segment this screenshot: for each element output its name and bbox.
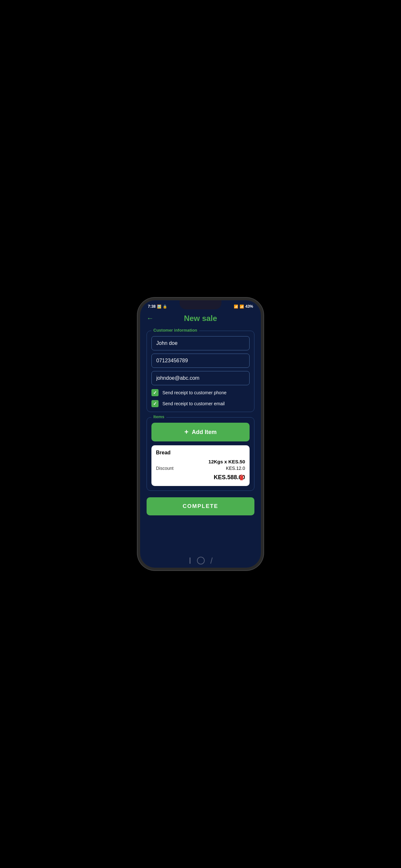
item-name: Bread	[156, 450, 245, 456]
wifi-icon: 📶	[240, 305, 244, 309]
items-section-label: Items	[151, 414, 166, 419]
camera-icon: 🖼️	[157, 305, 161, 309]
plus-icon: +	[184, 428, 189, 436]
item-qty-row: 12Kgs x KES.50	[156, 459, 245, 464]
home-circle	[197, 557, 205, 564]
svg-rect-0	[241, 475, 243, 475]
send-receipt-phone-row[interactable]: ✓ Send receipt to customer phone	[151, 389, 250, 396]
item-qty-price: 12Kgs x KES.50	[209, 459, 245, 464]
item-discount-row: Discount KES.12.0	[156, 466, 245, 471]
page-title: New sale	[184, 314, 217, 323]
send-receipt-email-checkbox[interactable]: ✓	[151, 400, 158, 407]
status-right: 📶 📶 43%	[234, 304, 253, 309]
lock-icon: 🔒	[163, 305, 167, 309]
complete-label: COMPLETE	[183, 503, 218, 509]
customer-name-input[interactable]	[151, 336, 250, 350]
send-receipt-email-row[interactable]: ✓ Send receipt to customer email	[151, 400, 250, 407]
discount-label: Discount	[156, 466, 174, 471]
delete-item-button[interactable]	[238, 474, 245, 483]
header: ← New sale	[147, 313, 254, 326]
back-arrow-icon: ←	[147, 314, 154, 322]
trash-icon	[238, 474, 245, 481]
back-button[interactable]: ←	[147, 314, 154, 322]
send-receipt-phone-label: Send receipt to customer phone	[162, 390, 226, 395]
add-item-label: Add Item	[192, 429, 217, 436]
time-display: 7:38	[148, 304, 156, 309]
customer-phone-input[interactable]	[151, 353, 250, 368]
discount-value: KES.12.0	[226, 466, 245, 471]
app-content: ← New sale Customer information ✓ Send r…	[140, 310, 261, 554]
customer-email-input[interactable]	[151, 371, 250, 385]
add-item-button[interactable]: + Add Item	[151, 423, 250, 441]
notch	[180, 300, 221, 309]
home-slash	[210, 557, 212, 564]
items-section: Items + Add Item Bread 12Kgs x KES.50 Di…	[147, 417, 254, 491]
customer-section-label: Customer information	[151, 328, 199, 333]
complete-button[interactable]: COMPLETE	[147, 497, 254, 516]
status-left: 7:38 🖼️ 🔒	[148, 304, 167, 309]
checkmark-icon: ✓	[153, 390, 157, 395]
checkmark-icon-2: ✓	[153, 401, 157, 406]
send-receipt-email-label: Send receipt to customer email	[162, 401, 225, 406]
item-card-bread: Bread 12Kgs x KES.50 Discount KES.12.0 K…	[151, 445, 250, 486]
item-total-row: KES.588.00	[156, 472, 245, 481]
home-bar-left	[189, 557, 190, 564]
signal-icon: 📶	[234, 305, 238, 309]
home-indicator	[140, 554, 261, 568]
phone-frame: 7:38 🖼️ 🔒 📶 📶 43% ← New sale Customer	[137, 298, 264, 570]
screen: 7:38 🖼️ 🔒 📶 📶 43% ← New sale Customer	[140, 300, 261, 568]
send-receipt-phone-checkbox[interactable]: ✓	[151, 389, 158, 396]
customer-info-section: Customer information ✓ Send receipt to c…	[147, 331, 254, 412]
battery-display: 43%	[245, 304, 253, 309]
svg-rect-1	[239, 476, 244, 476]
